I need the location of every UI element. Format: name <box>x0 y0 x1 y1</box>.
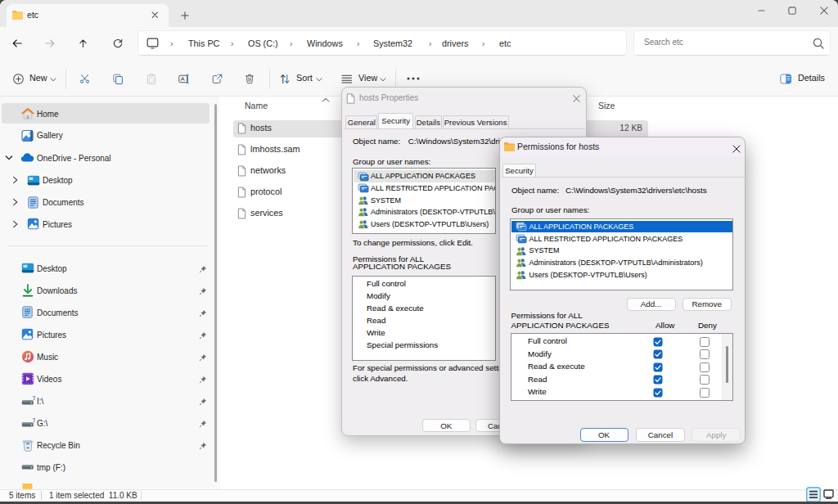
svg-text:?: ? <box>32 395 35 402</box>
svg-text:?: ? <box>32 417 35 424</box>
